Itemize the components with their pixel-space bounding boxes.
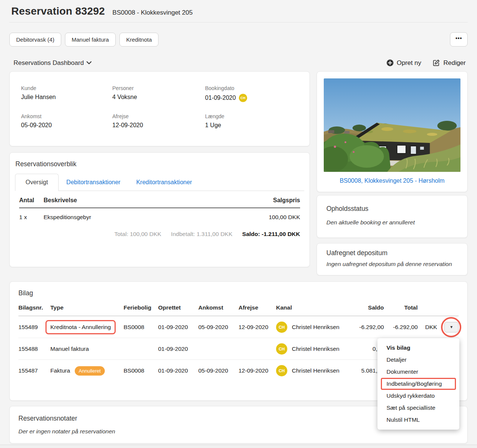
user-badge: CH (239, 94, 247, 102)
chevron-down-icon (86, 61, 92, 65)
property-card: BS0008, Klokkesvinget 205 - Hørsholm (317, 71, 468, 192)
deposit-card: Uafregnet depositum Ingen uafregnet depo… (317, 243, 468, 275)
dashboard-actions: Opret ny Rediger (386, 59, 466, 67)
dashboard-selector[interactable]: Reservations Dashboard (14, 59, 92, 67)
type-label: Manuel faktura (50, 346, 89, 352)
overview-tabs: Oversigt Debitortransaktioner Kreditortr… (15, 174, 304, 191)
menu-item-nulstil-html[interactable]: Nulstil HTML (377, 414, 459, 426)
reservation-overview-card: Reservationsoverblik Oversigt Debitortra… (9, 152, 310, 267)
annotation-red-box: Kreditnota - Annullering (45, 320, 116, 334)
cell-kanal: CH Christel Henriksen (276, 322, 349, 333)
cell-saldo: -6.292,00 (349, 324, 384, 331)
cell-kanal: CH Christel Henriksen (276, 365, 349, 376)
cell-oprettet: 01-09-2020 (158, 346, 198, 352)
field-label: Afrejse (112, 113, 205, 119)
header-divider (9, 22, 468, 23)
edit-button[interactable]: Rediger (432, 59, 466, 67)
cell-type: Kreditnota - Annullering (50, 320, 124, 334)
tab-kreditortransaktioner[interactable]: Kreditortransaktioner (128, 174, 200, 191)
tab-oversigt[interactable]: Oversigt (15, 174, 59, 191)
field-label: Længde (205, 113, 298, 119)
field-label: Bookingdato (205, 85, 298, 91)
status-badge: Annulleret (75, 366, 105, 376)
menu-item-udskyd-rykkerdato[interactable]: Udskyd rykkerdato (377, 390, 459, 402)
page-title: Reservation 83292 (11, 5, 105, 17)
edit-label: Rediger (443, 59, 466, 67)
field-value: 4 Voksne (112, 94, 205, 101)
page-subtitle: BS0008 - Klokkesvinget 205 (112, 9, 193, 17)
cell-afrejse: 12-09-2020 (238, 367, 276, 374)
paid-amount: Indbetalt: 1.311,00 DKK (171, 231, 232, 238)
toolbar: Debitorvask (4) Manuel faktura Kreditnot… (9, 32, 468, 47)
field-laengde: Længde 1 Uge (205, 113, 298, 129)
cell-oprettet: 01-09-2020 (158, 324, 198, 331)
bilag-title: Bilag (18, 289, 459, 297)
cell-ankomst: 05-09-2020 (198, 324, 238, 331)
menu-item-vis-bilag[interactable]: Vis bilag (377, 342, 459, 354)
plus-circle-icon (386, 59, 394, 66)
create-new-button[interactable]: Opret ny (386, 59, 421, 67)
booking-info-card: Kunde Julie Hansen Personer 4 Voksne Boo… (9, 71, 310, 146)
field-ankomst: Ankomst 05-09-2020 (21, 113, 112, 129)
overview-title: Reservationsoverblik (15, 160, 304, 168)
cell-type: Faktura Annulleret (50, 366, 124, 376)
menu-item-dokumenter[interactable]: Dokumenter (377, 366, 459, 378)
field-afrejse: Afrejse 12-09-2020 (112, 113, 205, 129)
field-value: 12-09-2020 (112, 122, 205, 129)
col-antal: Antal (19, 197, 44, 204)
page-header: Reservation 83292 BS0008 - Klokkesvinget… (9, 5, 468, 17)
menu-item-saet-paa-specialliste[interactable]: Sæt på specialliste (377, 402, 459, 414)
col-total: Total (384, 304, 418, 311)
col-ankomst: Ankomst (198, 304, 238, 311)
col-beskrivelse: Beskrivelse (44, 197, 225, 204)
stay-status-card: Opholdsstatus Den aktuelle booking er an… (317, 195, 468, 238)
cell-beskrivelse: Ekspeditionsgebyr (44, 214, 225, 221)
row-menu-button[interactable]: ▼ (444, 322, 459, 332)
row-context-menu: Vis bilag Detaljer Dokumenter Indbetalin… (377, 338, 459, 430)
field-value: Julie Hansen (21, 94, 112, 101)
debitorvask-button[interactable]: Debitorvask (4) (9, 33, 61, 47)
stay-status-text: Den aktuelle booking er annulleret (326, 219, 458, 226)
bilag-table-header: Bilagsnr. Type Feriebolig Oprettet Ankom… (18, 304, 459, 316)
cell-feriebolig: BS0008 (124, 324, 158, 331)
kreditnota-button[interactable]: Kreditnota (119, 33, 158, 47)
overview-table: Antal Beskrivelse Salgspris 1 x Ekspedit… (15, 191, 304, 238)
cell-afrejse: 12-09-2020 (238, 324, 276, 331)
overview-table-header: Antal Beskrivelse Salgspris (19, 191, 300, 208)
field-personer: Personer 4 Voksne (112, 85, 205, 102)
menu-item-indbetaling-bogfoering[interactable]: Indbetaling/Bogføring (381, 378, 456, 390)
field-label: Kunde (21, 85, 112, 91)
cell-total: -6.292,00 (384, 324, 418, 331)
field-label: Ankomst (21, 113, 112, 119)
col-feriebolig: Feriebolig (124, 304, 158, 311)
table-row: 1 x Ekspeditionsgebyr 100,00 DKK (19, 208, 300, 226)
cell-oprettet: 01-09-2020 (158, 367, 198, 374)
col-type: Type (50, 304, 124, 311)
bilag-row: 155489 Kreditnota - Annullering BS0008 0… (18, 316, 459, 338)
cell-antal: 1 x (19, 214, 44, 221)
saldo-amount: Saldo: -1.211,00 DKK (242, 231, 300, 238)
manuel-faktura-button[interactable]: Manuel faktura (65, 33, 116, 47)
edit-pencil-icon (432, 59, 440, 67)
col-bilagsnr: Bilagsnr. (18, 304, 50, 311)
menu-item-detaljer[interactable]: Detaljer (377, 354, 459, 366)
type-label: Faktura (50, 367, 70, 374)
field-value: 01-09-2020 CH (205, 94, 298, 102)
kanal-name: Christel Henriksen (292, 367, 340, 374)
cell-type: Manuel faktura (50, 346, 124, 352)
avatar: CH (276, 343, 287, 355)
more-options-button[interactable]: ••• (450, 32, 468, 47)
cell-kanal: CH Christel Henriksen (276, 343, 349, 355)
property-link[interactable]: BS0008, Klokkesvinget 205 - Hørsholm (324, 177, 460, 184)
col-oprettet: Oprettet (158, 304, 198, 311)
cell-feriebolig: BS0008 (124, 367, 158, 374)
field-value: 05-09-2020 (21, 122, 112, 129)
deposit-text: Ingen uafregnet depositum på denne reser… (326, 261, 458, 268)
col-saldo: Saldo (349, 304, 384, 311)
col-afrejse: Afrejse (238, 304, 276, 311)
tab-debitortransaktioner[interactable]: Debitortransaktioner (59, 174, 128, 191)
create-new-label: Opret ny (397, 59, 421, 67)
cell-ankomst: 05-09-2020 (198, 367, 238, 374)
col-kanal: Kanal (276, 304, 349, 311)
dashboard-bar: Reservations Dashboard Opret ny Red (9, 59, 468, 67)
